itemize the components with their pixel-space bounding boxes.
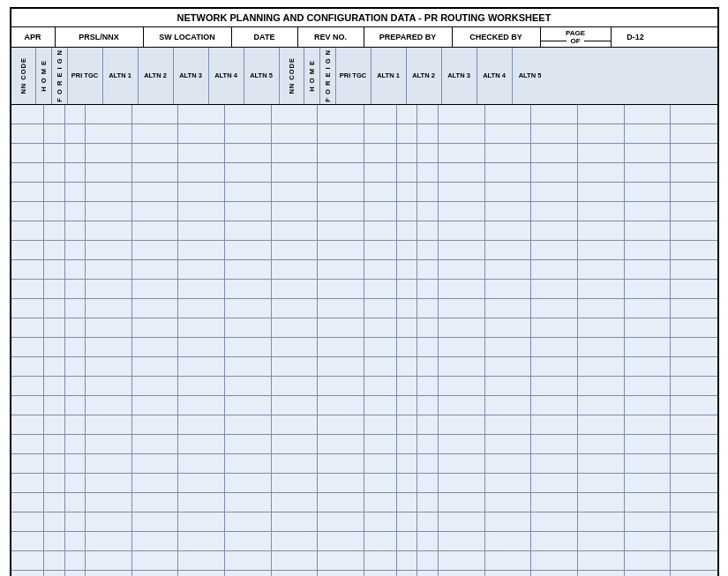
table-cell[interactable] <box>417 318 439 338</box>
table-cell[interactable] <box>671 512 717 532</box>
table-cell[interactable] <box>364 280 396 299</box>
table-cell[interactable] <box>417 183 439 202</box>
table-cell[interactable] <box>484 532 531 551</box>
table-cell[interactable] <box>364 105 396 124</box>
table-cell[interactable] <box>271 454 318 474</box>
table-cell[interactable] <box>417 202 439 221</box>
table-cell[interactable] <box>577 260 624 280</box>
table-cell[interactable] <box>417 551 439 571</box>
table-cell[interactable] <box>225 202 272 221</box>
table-cell[interactable] <box>86 435 132 454</box>
table-cell[interactable] <box>531 280 578 299</box>
table-cell[interactable] <box>64 260 86 280</box>
table-cell[interactable] <box>43 474 64 493</box>
table-cell[interactable] <box>417 415 439 435</box>
table-cell[interactable] <box>577 493 624 512</box>
table-cell[interactable] <box>43 571 64 576</box>
table-cell[interactable] <box>86 532 132 551</box>
table-cell[interactable] <box>396 221 417 241</box>
table-cell[interactable] <box>531 338 578 357</box>
table-cell[interactable] <box>43 299 64 318</box>
table-cell[interactable] <box>318 532 364 551</box>
table-cell[interactable] <box>624 571 671 576</box>
table-cell[interactable] <box>484 241 531 260</box>
table-cell[interactable] <box>225 532 272 551</box>
table-cell[interactable] <box>417 241 439 260</box>
table-cell[interactable] <box>43 221 64 241</box>
table-cell[interactable] <box>86 396 132 415</box>
table-cell[interactable] <box>178 183 225 202</box>
table-cell[interactable] <box>225 357 272 377</box>
table-cell[interactable] <box>131 551 178 571</box>
table-cell[interactable] <box>364 163 396 183</box>
table-cell[interactable] <box>318 357 364 377</box>
table-cell[interactable] <box>131 299 178 318</box>
table-cell[interactable] <box>364 124 396 144</box>
table-cell[interactable] <box>43 377 64 396</box>
table-cell[interactable] <box>624 415 671 435</box>
table-cell[interactable] <box>131 163 178 183</box>
table-cell[interactable] <box>484 338 531 357</box>
table-cell[interactable] <box>131 474 178 493</box>
table-cell[interactable] <box>417 493 439 512</box>
table-cell[interactable] <box>396 532 417 551</box>
table-cell[interactable] <box>64 415 86 435</box>
table-cell[interactable] <box>577 221 624 241</box>
table-cell[interactable] <box>271 221 318 241</box>
table-cell[interactable] <box>671 454 717 474</box>
table-cell[interactable] <box>271 318 318 338</box>
table-cell[interactable] <box>64 435 86 454</box>
table-cell[interactable] <box>178 435 225 454</box>
table-cell[interactable] <box>131 493 178 512</box>
table-cell[interactable] <box>11 571 44 576</box>
table-cell[interactable] <box>531 202 578 221</box>
table-cell[interactable] <box>484 377 531 396</box>
table-cell[interactable] <box>225 163 272 183</box>
table-cell[interactable] <box>86 415 132 435</box>
table-cell[interactable] <box>86 280 132 299</box>
table-cell[interactable] <box>364 551 396 571</box>
table-cell[interactable] <box>671 377 717 396</box>
table-cell[interactable] <box>11 105 44 124</box>
table-cell[interactable] <box>225 241 272 260</box>
table-cell[interactable] <box>43 105 64 124</box>
table-cell[interactable] <box>439 396 485 415</box>
table-cell[interactable] <box>439 183 485 202</box>
table-cell[interactable] <box>417 532 439 551</box>
table-cell[interactable] <box>364 202 396 221</box>
table-cell[interactable] <box>439 474 485 493</box>
table-cell[interactable] <box>577 396 624 415</box>
table-cell[interactable] <box>671 357 717 377</box>
table-cell[interactable] <box>271 163 318 183</box>
table-cell[interactable] <box>131 280 178 299</box>
table-cell[interactable] <box>318 415 364 435</box>
table-cell[interactable] <box>86 493 132 512</box>
table-cell[interactable] <box>396 571 417 576</box>
table-cell[interactable] <box>484 551 531 571</box>
table-cell[interactable] <box>11 124 44 144</box>
table-cell[interactable] <box>484 396 531 415</box>
table-cell[interactable] <box>624 299 671 318</box>
table-cell[interactable] <box>624 377 671 396</box>
table-cell[interactable] <box>318 493 364 512</box>
table-cell[interactable] <box>64 512 86 532</box>
table-cell[interactable] <box>624 396 671 415</box>
table-cell[interactable] <box>64 396 86 415</box>
table-cell[interactable] <box>271 183 318 202</box>
table-cell[interactable] <box>318 551 364 571</box>
table-cell[interactable] <box>64 377 86 396</box>
table-cell[interactable] <box>396 493 417 512</box>
table-cell[interactable] <box>178 318 225 338</box>
table-cell[interactable] <box>11 512 44 532</box>
table-cell[interactable] <box>43 260 64 280</box>
table-cell[interactable] <box>364 415 396 435</box>
table-cell[interactable] <box>577 357 624 377</box>
table-cell[interactable] <box>671 551 717 571</box>
table-cell[interactable] <box>64 105 86 124</box>
table-cell[interactable] <box>417 260 439 280</box>
table-cell[interactable] <box>396 435 417 454</box>
table-cell[interactable] <box>439 318 485 338</box>
table-cell[interactable] <box>531 105 578 124</box>
table-cell[interactable] <box>624 454 671 474</box>
table-cell[interactable] <box>64 163 86 183</box>
